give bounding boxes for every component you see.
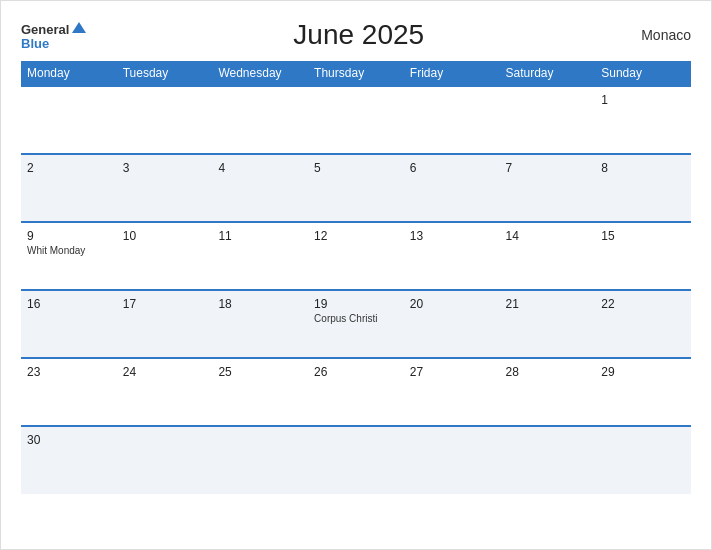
calendar-cell: 17: [117, 290, 213, 358]
logo-blue: Blue: [21, 37, 86, 50]
weekday-header-wednesday: Wednesday: [212, 61, 308, 86]
day-number: 2: [27, 161, 111, 175]
calendar-cell: 12: [308, 222, 404, 290]
weekday-header-monday: Monday: [21, 61, 117, 86]
calendar-row-1: 2345678: [21, 154, 691, 222]
calendar-cell: 2: [21, 154, 117, 222]
logo-triangle-icon: [72, 22, 86, 33]
day-number: 28: [506, 365, 590, 379]
day-number: 14: [506, 229, 590, 243]
calendar-title: June 2025: [86, 19, 631, 51]
calendar-cell: 11: [212, 222, 308, 290]
weekday-header-saturday: Saturday: [500, 61, 596, 86]
day-number: 9: [27, 229, 111, 243]
calendar-cell: [595, 426, 691, 494]
weekday-header-tuesday: Tuesday: [117, 61, 213, 86]
calendar-row-0: 1: [21, 86, 691, 154]
calendar-cell: [404, 86, 500, 154]
day-number: 20: [410, 297, 494, 311]
day-number: 17: [123, 297, 207, 311]
day-number: 29: [601, 365, 685, 379]
day-number: 24: [123, 365, 207, 379]
calendar-cell: [21, 86, 117, 154]
calendar-cell: 22: [595, 290, 691, 358]
day-number: 19: [314, 297, 398, 311]
calendar-cell: 7: [500, 154, 596, 222]
calendar-cell: [308, 86, 404, 154]
day-number: 26: [314, 365, 398, 379]
weekday-header-friday: Friday: [404, 61, 500, 86]
day-number: 21: [506, 297, 590, 311]
weekday-header-row: MondayTuesdayWednesdayThursdayFridaySatu…: [21, 61, 691, 86]
day-number: 11: [218, 229, 302, 243]
calendar-row-3: 16171819Corpus Christi202122: [21, 290, 691, 358]
calendar-cell: 6: [404, 154, 500, 222]
day-number: 6: [410, 161, 494, 175]
day-number: 13: [410, 229, 494, 243]
calendar-country: Monaco: [631, 27, 691, 43]
weekday-header-sunday: Sunday: [595, 61, 691, 86]
calendar-cell: 8: [595, 154, 691, 222]
calendar-cell: [212, 426, 308, 494]
calendar-cell: 29: [595, 358, 691, 426]
calendar-cell: 3: [117, 154, 213, 222]
day-number: 22: [601, 297, 685, 311]
calendar-cell: 1: [595, 86, 691, 154]
calendar-row-5: 30: [21, 426, 691, 494]
calendar-cell: 16: [21, 290, 117, 358]
day-number: 5: [314, 161, 398, 175]
logo: General Blue: [21, 21, 86, 50]
day-number: 12: [314, 229, 398, 243]
day-number: 25: [218, 365, 302, 379]
calendar-cell: 25: [212, 358, 308, 426]
calendar-cell: 27: [404, 358, 500, 426]
event-label: Corpus Christi: [314, 313, 398, 324]
day-number: 18: [218, 297, 302, 311]
calendar-header: General Blue June 2025 Monaco: [21, 19, 691, 51]
calendar-cell: 28: [500, 358, 596, 426]
day-number: 15: [601, 229, 685, 243]
day-number: 3: [123, 161, 207, 175]
calendar-cell: 21: [500, 290, 596, 358]
calendar-cell: [117, 426, 213, 494]
day-number: 7: [506, 161, 590, 175]
calendar-cell: 10: [117, 222, 213, 290]
calendar-cell: 26: [308, 358, 404, 426]
calendar-cell: [500, 426, 596, 494]
calendar-table: MondayTuesdayWednesdayThursdayFridaySatu…: [21, 61, 691, 494]
calendar-cell: 5: [308, 154, 404, 222]
calendar-cell: 20: [404, 290, 500, 358]
calendar-cell: [212, 86, 308, 154]
day-number: 30: [27, 433, 111, 447]
day-number: 27: [410, 365, 494, 379]
calendar-cell: 9Whit Monday: [21, 222, 117, 290]
calendar-cell: [404, 426, 500, 494]
day-number: 23: [27, 365, 111, 379]
calendar-cell: 30: [21, 426, 117, 494]
calendar-cell: [308, 426, 404, 494]
calendar-row-4: 23242526272829: [21, 358, 691, 426]
calendar-cell: [500, 86, 596, 154]
calendar-cell: 15: [595, 222, 691, 290]
weekday-header-thursday: Thursday: [308, 61, 404, 86]
calendar-row-2: 9Whit Monday101112131415: [21, 222, 691, 290]
calendar-container: General Blue June 2025 Monaco MondayTues…: [0, 0, 712, 550]
calendar-cell: 18: [212, 290, 308, 358]
day-number: 1: [601, 93, 685, 107]
logo-general: General: [21, 21, 86, 37]
calendar-cell: 19Corpus Christi: [308, 290, 404, 358]
calendar-cell: 4: [212, 154, 308, 222]
calendar-cell: 23: [21, 358, 117, 426]
calendar-cell: [117, 86, 213, 154]
calendar-cell: 14: [500, 222, 596, 290]
day-number: 10: [123, 229, 207, 243]
calendar-cell: 24: [117, 358, 213, 426]
day-number: 8: [601, 161, 685, 175]
day-number: 16: [27, 297, 111, 311]
day-number: 4: [218, 161, 302, 175]
calendar-cell: 13: [404, 222, 500, 290]
event-label: Whit Monday: [27, 245, 111, 256]
